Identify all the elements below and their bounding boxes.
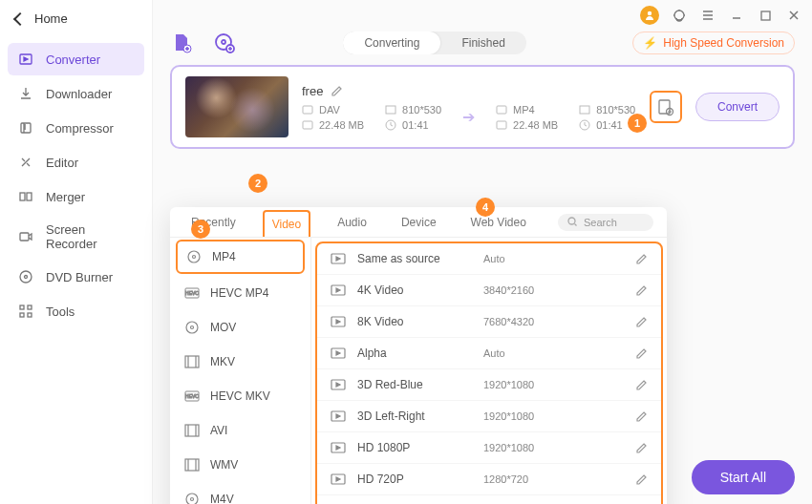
svg-point-6 xyxy=(25,276,28,279)
preset-item[interactable]: HD 1080P1920*1080 xyxy=(317,432,661,464)
tab-converting[interactable]: Converting xyxy=(343,32,440,54)
rename-icon[interactable] xyxy=(331,85,343,97)
sidebar-item-editor[interactable]: Editor xyxy=(8,146,144,178)
recorder-icon xyxy=(17,228,34,245)
format-panel: Recently Video Audio Device Web Video Se… xyxy=(170,207,667,504)
film-icon xyxy=(183,422,201,439)
preset-name: Same as source xyxy=(357,252,472,265)
converter-icon xyxy=(17,51,34,68)
dst-format: MP4 xyxy=(513,104,535,116)
edit-icon[interactable] xyxy=(635,410,648,423)
lightning-icon: ⚡ xyxy=(643,36,657,50)
format-search-input[interactable]: Search xyxy=(558,214,653,231)
hevc-icon: HEVC xyxy=(183,388,201,405)
format-item-hevc-mp4[interactable]: HEVCHEVC MP4 xyxy=(170,276,310,310)
panel-tab-device[interactable]: Device xyxy=(394,210,444,235)
panel-tab-audio[interactable]: Audio xyxy=(330,210,374,235)
preset-res: 1920*1080 xyxy=(483,410,569,422)
sidebar-item-merger[interactable]: Merger xyxy=(8,180,144,213)
sidebar-label: Downloader xyxy=(46,87,112,101)
format-item-mkv[interactable]: MKV xyxy=(170,345,310,379)
svg-rect-8 xyxy=(28,305,32,309)
compressor-icon xyxy=(17,119,34,136)
format-item-m4v[interactable]: M4V xyxy=(170,482,310,504)
video-icon xyxy=(331,442,346,453)
preset-res: 7680*4320 xyxy=(483,316,569,327)
file-name: free xyxy=(302,84,323,98)
close-icon[interactable] xyxy=(785,7,802,24)
sidebar-item-tools[interactable]: Tools xyxy=(8,295,144,327)
add-file-icon[interactable] xyxy=(170,31,195,55)
add-disc-icon[interactable] xyxy=(212,31,237,55)
sidebar-label: DVD Burner xyxy=(46,270,113,284)
merger-icon xyxy=(17,188,34,205)
home-label: Home xyxy=(34,11,68,26)
dur-icon xyxy=(579,119,590,131)
preset-res: 1920*1080 xyxy=(483,442,569,453)
support-icon[interactable] xyxy=(671,7,688,24)
preset-item[interactable]: 3D Red-Blue1920*1080 xyxy=(317,369,661,401)
dst-size: 22.48 MB xyxy=(513,119,558,131)
output-settings-button[interactable] xyxy=(650,91,682,123)
minimize-icon[interactable] xyxy=(728,7,745,24)
video-icon xyxy=(331,473,346,485)
start-all-button[interactable]: Start All xyxy=(692,460,795,494)
search-icon xyxy=(567,217,578,227)
edit-icon[interactable] xyxy=(635,473,648,486)
sidebar-item-downloader[interactable]: Downloader xyxy=(8,77,144,110)
src-dim: 810*530 xyxy=(402,104,441,116)
edit-icon[interactable] xyxy=(635,347,648,360)
menu-icon[interactable] xyxy=(699,7,716,24)
format-label: M4V xyxy=(210,493,234,504)
preset-item[interactable]: 3D Left-Right1920*1080 xyxy=(317,401,661,432)
avatar[interactable] xyxy=(640,6,659,25)
preset-name: HD 720P xyxy=(357,472,472,486)
convert-button[interactable]: Convert xyxy=(695,93,780,121)
sidebar-label: Tools xyxy=(46,304,75,319)
dst-dur: 01:41 xyxy=(596,119,623,131)
preset-item[interactable]: HD 720P1280*720 xyxy=(317,464,661,495)
panel-tab-video[interactable]: Video xyxy=(263,210,310,237)
preset-item[interactable]: 4K Video3840*2160 xyxy=(317,275,661,306)
edit-icon[interactable] xyxy=(635,316,648,328)
svg-rect-24 xyxy=(580,106,589,114)
edit-icon[interactable] xyxy=(635,442,648,454)
edit-icon[interactable] xyxy=(635,253,648,265)
svg-point-41 xyxy=(191,498,194,501)
format-item-mov[interactable]: MOV xyxy=(170,310,310,345)
high-speed-button[interactable]: ⚡ High Speed Conversion xyxy=(632,32,795,54)
sidebar-item-converter[interactable]: Converter xyxy=(8,43,144,75)
format-item-wmv[interactable]: WMV xyxy=(170,448,310,482)
preset-item[interactable]: Same as sourceAuto xyxy=(317,243,661,275)
titlebar xyxy=(153,0,812,31)
svg-rect-39 xyxy=(185,459,199,471)
sidebar-item-compressor[interactable]: Compressor xyxy=(8,112,144,144)
format-item-hevc-mkv[interactable]: HEVCHEVC MKV xyxy=(170,379,310,413)
preset-res: 1280*720 xyxy=(483,473,569,485)
format-label: HEVC MP4 xyxy=(210,286,268,300)
svg-rect-3 xyxy=(27,193,32,200)
preset-name: Alpha xyxy=(357,346,472,360)
sidebar-item-recorder[interactable]: Screen Recorder xyxy=(8,215,144,259)
edit-icon[interactable] xyxy=(635,379,648,391)
video-icon xyxy=(331,253,346,264)
preset-item[interactable]: 8K Video7680*4320 xyxy=(317,306,661,338)
hevc-icon: HEVC xyxy=(183,284,201,302)
svg-point-5 xyxy=(20,271,32,283)
src-format: DAV xyxy=(319,104,340,116)
preset-item[interactable]: AlphaAuto xyxy=(317,338,661,369)
format-item-mp4[interactable]: MP4 xyxy=(176,240,305,274)
dim-icon xyxy=(385,104,396,116)
svg-point-33 xyxy=(186,322,198,333)
tab-finished[interactable]: Finished xyxy=(440,32,525,54)
sidebar-item-dvd[interactable]: DVD Burner xyxy=(8,261,144,293)
maximize-icon[interactable] xyxy=(757,7,774,24)
video-icon xyxy=(331,379,346,390)
panel-tab-web[interactable]: Web Video xyxy=(463,210,534,235)
sidebar-label: Converter xyxy=(46,52,100,67)
sidebar-back[interactable]: Home xyxy=(0,0,152,37)
hsc-label: High Speed Conversion xyxy=(663,36,784,50)
video-thumbnail[interactable] xyxy=(185,76,288,137)
edit-icon[interactable] xyxy=(635,284,648,297)
format-item-avi[interactable]: AVI xyxy=(170,413,310,448)
